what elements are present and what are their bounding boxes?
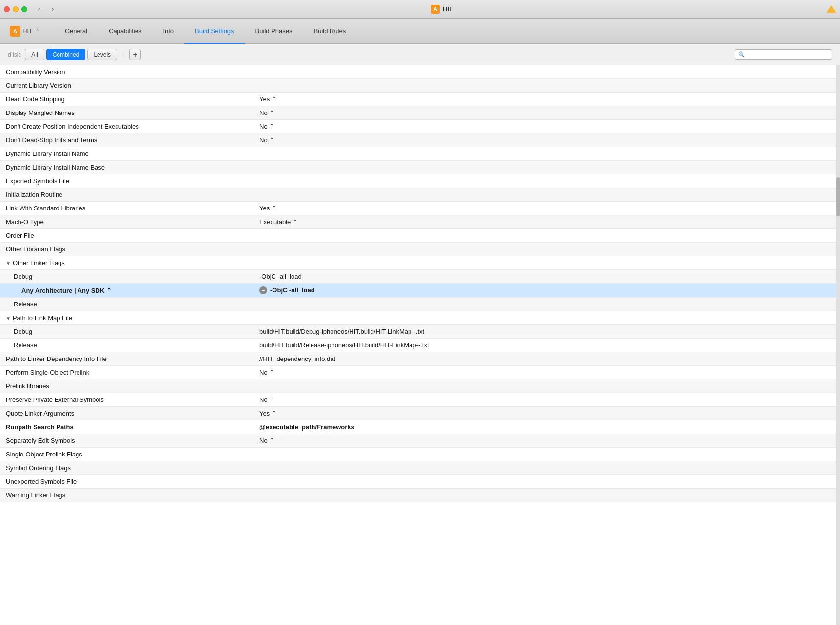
all-button[interactable]: All — [25, 49, 44, 60]
fullscreen-button[interactable] — [21, 6, 27, 12]
table-row[interactable]: Preserve Private External SymbolsNo ⌃ — [0, 393, 840, 407]
setting-name: Order File — [6, 232, 34, 239]
expand-icon[interactable] — [6, 261, 11, 266]
tab-info[interactable]: Info — [152, 19, 184, 44]
table-row[interactable]: Quote Linker ArgumentsYes ⌃ — [0, 407, 840, 420]
setting-name: Dynamic Library Install Name Base — [6, 164, 105, 171]
project-title-label: HIT — [443, 5, 453, 13]
setting-value: @executable_path/Frameworks — [259, 423, 354, 431]
tab-build-rules[interactable]: Build Rules — [303, 19, 356, 44]
table-row[interactable]: Don't Create Position Independent Execut… — [0, 120, 840, 133]
settings-table: Compatibility VersionCurrent Library Ver… — [0, 65, 840, 502]
title-bar-center: A HIT — [61, 5, 822, 14]
project-selector-chevron: ⌃ — [36, 29, 39, 34]
warning-icon — [826, 5, 836, 13]
scrollbar-thumb[interactable] — [836, 177, 840, 216]
table-row[interactable]: Symbol Ordering Flags — [0, 461, 840, 475]
setting-value: -ObjC -all_load — [270, 286, 315, 294]
setting-name: Path to Link Map File — [13, 314, 72, 322]
table-row[interactable]: Current Library Version — [0, 79, 840, 93]
setting-name: Debug — [14, 328, 32, 335]
table-row[interactable]: Path to Linker Dependency Info File//HIT… — [0, 352, 840, 366]
table-row[interactable]: Dynamic Library Install Name Base — [0, 161, 840, 174]
table-row[interactable]: Debug-ObjC -all_load — [0, 270, 840, 284]
setting-name: Perform Single-Object Prelink — [6, 369, 89, 376]
table-row[interactable]: Display Mangled NamesNo ⌃ — [0, 106, 840, 120]
setting-value: No ⌃ — [259, 369, 274, 376]
project-icon: A — [431, 5, 440, 14]
setting-name: Release — [14, 301, 37, 308]
tab-build-settings[interactable]: Build Settings — [184, 19, 245, 44]
minimize-button[interactable] — [13, 6, 19, 12]
project-selector[interactable]: A HIT ⌃ — [10, 26, 39, 37]
table-row[interactable]: Initialization Routine — [0, 188, 840, 202]
levels-button[interactable]: Levels — [87, 49, 117, 60]
search-icon: 🔍 — [738, 51, 745, 58]
setting-value: //HIT_dependency_info.dat — [259, 355, 335, 362]
setting-name: Display Mangled Names — [6, 109, 75, 116]
setting-name: Preserve Private External Symbols — [6, 396, 104, 403]
setting-name: Other Linker Flags — [13, 259, 65, 266]
table-row[interactable]: Unexported Symbols File — [0, 475, 840, 489]
top-tab-bar: A HIT ⌃ General Capabilities Info Build … — [0, 19, 840, 44]
table-row[interactable]: Warning Linker Flags — [0, 489, 840, 502]
scrollbar[interactable] — [836, 65, 840, 625]
scope-label: d isic — [8, 51, 21, 58]
setting-value: Yes ⌃ — [259, 410, 277, 417]
setting-name: Don't Create Position Independent Execut… — [6, 123, 139, 130]
search-box[interactable]: 🔍 — [735, 49, 832, 60]
table-row[interactable]: Prelink libraries — [0, 379, 840, 393]
setting-value: Executable ⌃ — [259, 218, 298, 226]
expand-icon[interactable] — [6, 316, 11, 321]
table-row[interactable]: Separately Edit SymbolsNo ⌃ — [0, 434, 840, 448]
setting-value: Yes ⌃ — [259, 205, 277, 212]
table-row[interactable]: Path to Link Map File — [0, 311, 840, 325]
table-row[interactable]: Mach-O TypeExecutable ⌃ — [0, 215, 840, 229]
setting-value: No ⌃ — [259, 396, 274, 403]
minus-icon[interactable]: − — [259, 286, 267, 294]
setting-name: Compatibility Version — [6, 68, 65, 76]
setting-name: Current Library Version — [6, 82, 71, 89]
add-setting-button[interactable]: + — [129, 49, 141, 60]
setting-name: Quote Linker Arguments — [6, 410, 74, 417]
table-row[interactable]: Runpath Search Paths@executable_path/Fra… — [0, 420, 840, 434]
forward-button[interactable]: › — [48, 4, 58, 14]
tab-capabilities[interactable]: Capabilities — [98, 19, 152, 44]
setting-value: -ObjC -all_load — [259, 273, 302, 280]
combined-button[interactable]: Combined — [46, 49, 86, 60]
table-row[interactable]: Exported Symbols File — [0, 174, 840, 188]
setting-value: build/HIT.build/Release-iphoneos/HIT.bui… — [259, 341, 429, 349]
tab-general[interactable]: General — [54, 19, 98, 44]
project-selector-icon: A — [10, 26, 20, 37]
project-selector-name: HIT — [22, 27, 33, 35]
table-row[interactable]: Dynamic Library Install Name — [0, 147, 840, 161]
table-row[interactable]: Single-Object Prelink Flags — [0, 448, 840, 461]
setting-name: Release — [14, 341, 37, 349]
traffic-lights — [4, 6, 27, 12]
setting-value: Yes ⌃ — [259, 95, 277, 103]
table-row[interactable]: Any Architecture | Any SDK ⌃−-ObjC -all_… — [0, 284, 840, 298]
table-row[interactable]: Link With Standard LibrariesYes ⌃ — [0, 202, 840, 215]
table-row[interactable]: Release — [0, 298, 840, 311]
table-row[interactable]: Order File — [0, 229, 840, 243]
setting-name: Warning Linker Flags — [6, 492, 65, 499]
table-row[interactable]: Releasebuild/HIT.build/Release-iphoneos/… — [0, 339, 840, 352]
setting-name: Other Librarian Flags — [6, 246, 65, 253]
table-row[interactable]: Other Librarian Flags — [0, 243, 840, 256]
close-button[interactable] — [4, 6, 10, 12]
setting-value: No ⌃ — [259, 123, 274, 130]
setting-name: Dynamic Library Install Name — [6, 150, 89, 157]
setting-name: Exported Symbols File — [6, 177, 69, 185]
table-row[interactable]: Other Linker Flags — [0, 256, 840, 270]
table-row[interactable]: Dead Code StrippingYes ⌃ — [0, 93, 840, 106]
table-row[interactable]: Perform Single-Object PrelinkNo ⌃ — [0, 366, 840, 379]
setting-name: Dead Code Stripping — [6, 95, 65, 103]
table-row[interactable]: Compatibility Version — [0, 65, 840, 79]
setting-name: Prelink libraries — [6, 382, 49, 390]
setting-name: Link With Standard Libraries — [6, 205, 85, 212]
tab-build-phases[interactable]: Build Phases — [245, 19, 303, 44]
main-content: Compatibility VersionCurrent Library Ver… — [0, 65, 840, 625]
table-row[interactable]: Don't Dead-Strip Inits and TermsNo ⌃ — [0, 133, 840, 147]
back-button[interactable]: ‹ — [34, 4, 44, 14]
table-row[interactable]: Debugbuild/HIT.build/Debug-iphoneos/HIT.… — [0, 325, 840, 339]
